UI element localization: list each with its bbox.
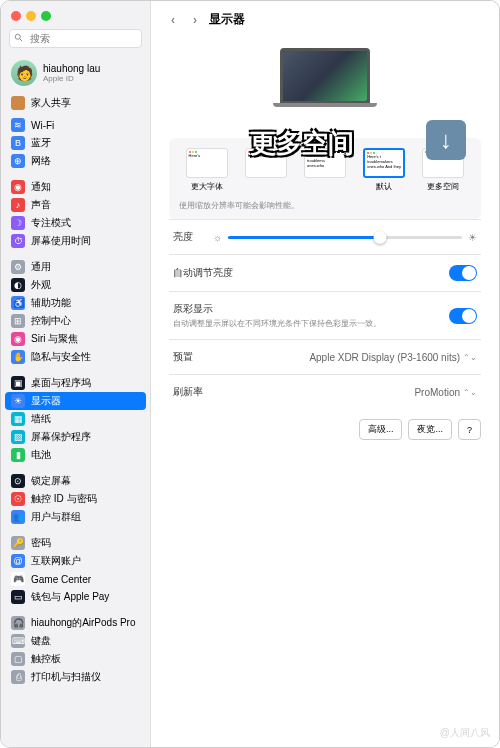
- window-controls[interactable]: [1, 1, 150, 27]
- sidebar-icon: ⎙: [11, 670, 25, 684]
- brightness-slider[interactable]: [228, 236, 462, 239]
- night-shift-button[interactable]: 夜览...: [408, 419, 452, 440]
- overlay-arrow-icon: [426, 120, 466, 160]
- sidebar-item[interactable]: 🎧hiauhong的AirPods Pro: [5, 614, 146, 632]
- sidebar-icon: ☉: [11, 492, 25, 506]
- sun-bright-icon: ☀: [468, 232, 477, 243]
- sidebar-item[interactable]: ☽专注模式: [5, 214, 146, 232]
- sidebar-icon: ☽: [11, 216, 25, 230]
- maximize-icon[interactable]: [41, 11, 51, 21]
- sidebar-item[interactable]: ▦墙纸: [5, 410, 146, 428]
- overlay-caption: 更多空间: [250, 126, 354, 161]
- svg-line-1: [20, 39, 23, 42]
- sidebar-icon: ✋: [11, 350, 25, 364]
- chevron-updown-icon: ⌃⌄: [463, 388, 477, 397]
- sidebar-item[interactable]: ▨屏幕保护程序: [5, 428, 146, 446]
- sidebar-icon: ⊕: [11, 154, 25, 168]
- sidebar-icon: ◉: [11, 180, 25, 194]
- sun-dim-icon: ☼: [213, 232, 222, 243]
- sidebar-icon: ▢: [11, 652, 25, 666]
- help-button[interactable]: ?: [458, 419, 481, 440]
- avatar: 🧑: [11, 60, 37, 86]
- sidebar-icon: B: [11, 136, 25, 150]
- advanced-button[interactable]: 高级...: [359, 419, 403, 440]
- sidebar-item[interactable]: ☉触控 ID 与密码: [5, 490, 146, 508]
- sidebar-icon: ♪: [11, 198, 25, 212]
- user-name: hiauhong lau: [43, 63, 100, 74]
- sidebar-item[interactable]: ✋隐私与安全性: [5, 348, 146, 366]
- scale-note: 使用缩放分辨率可能会影响性能。: [179, 200, 471, 211]
- forward-button[interactable]: ›: [187, 12, 203, 28]
- sidebar-item[interactable]: ⎙打印机与扫描仪: [5, 668, 146, 686]
- device-preview: [169, 38, 481, 108]
- svg-point-0: [15, 34, 20, 39]
- apple-id-row[interactable]: 🧑 hiauhong lau Apple ID: [1, 56, 150, 94]
- sidebar-item[interactable]: ⊕网络: [5, 152, 146, 170]
- sidebar-icon: ◐: [11, 278, 25, 292]
- sidebar-icon: ☀: [11, 394, 25, 408]
- sidebar-item[interactable]: 🔑密码: [5, 534, 146, 552]
- watermark: @人间八风: [440, 726, 490, 740]
- sidebar-icon: ▭: [11, 590, 25, 604]
- sidebar-icon: 🎧: [11, 616, 25, 630]
- scale-option[interactable]: Here's更大字体: [186, 148, 228, 192]
- sidebar-list: ≋Wi-FiB蓝牙⊕网络◉通知♪声音☽专注模式⏱屏幕使用时间⚙通用◐外观♿辅助功…: [1, 116, 150, 747]
- sidebar-icon: ◉: [11, 332, 25, 346]
- search-input[interactable]: [9, 29, 142, 48]
- minimize-icon[interactable]: [26, 11, 36, 21]
- sidebar-icon: ♿: [11, 296, 25, 310]
- sidebar-icon: ≋: [11, 118, 25, 132]
- sidebar-item[interactable]: ⊙锁定屏幕: [5, 472, 146, 490]
- sidebar-icon: @: [11, 554, 25, 568]
- sidebar-item[interactable]: ♿辅助功能: [5, 294, 146, 312]
- sidebar-item[interactable]: ⚙通用: [5, 258, 146, 276]
- user-sub: Apple ID: [43, 74, 100, 83]
- sidebar-icon: ⌨: [11, 634, 25, 648]
- true-tone-row: 原彩显示 自动调整显示屏以在不同环境光条件下保持色彩显示一致。: [169, 291, 481, 339]
- back-button[interactable]: ‹: [165, 12, 181, 28]
- true-tone-toggle[interactable]: [449, 308, 477, 324]
- sidebar-icon: ⊞: [11, 314, 25, 328]
- sidebar-item[interactable]: ▢触控板: [5, 650, 146, 668]
- sidebar-icon: ⚙: [11, 260, 25, 274]
- sidebar-icon: ▦: [11, 412, 25, 426]
- preset-row[interactable]: 预置 Apple XDR Display (P3-1600 nits)⌃⌄: [169, 339, 481, 374]
- sidebar-icon: ▮: [11, 448, 25, 462]
- family-icon: [11, 96, 25, 110]
- sidebar-item[interactable]: ◉通知: [5, 178, 146, 196]
- sidebar-item[interactable]: @互联网账户: [5, 552, 146, 570]
- sidebar-item[interactable]: ▮电池: [5, 446, 146, 464]
- chevron-updown-icon: ⌃⌄: [463, 353, 477, 362]
- page-title: 显示器: [209, 11, 245, 28]
- sidebar-item[interactable]: ⊞控制中心: [5, 312, 146, 330]
- close-icon[interactable]: [11, 11, 21, 21]
- sidebar-item[interactable]: ⏱屏幕使用时间: [5, 232, 146, 250]
- sidebar-icon: 🎮: [11, 572, 25, 586]
- auto-brightness-toggle[interactable]: [449, 265, 477, 281]
- sidebar-item[interactable]: ☀显示器: [5, 392, 146, 410]
- sidebar-item[interactable]: ♪声音: [5, 196, 146, 214]
- sidebar-item[interactable]: ▣桌面与程序坞: [5, 374, 146, 392]
- sidebar-item[interactable]: 🎮Game Center: [5, 570, 146, 588]
- sidebar-icon: ⏱: [11, 234, 25, 248]
- sidebar-item[interactable]: ◐外观: [5, 276, 146, 294]
- sidebar-item[interactable]: 👥用户与群组: [5, 508, 146, 526]
- sidebar-item[interactable]: ◉Siri 与聚焦: [5, 330, 146, 348]
- sidebar-icon: 👥: [11, 510, 25, 524]
- sidebar-icon: 🔑: [11, 536, 25, 550]
- sidebar-item[interactable]: ⌨键盘: [5, 632, 146, 650]
- sidebar-item[interactable]: ≋Wi-Fi: [5, 116, 146, 134]
- refresh-row[interactable]: 刷新率 ProMotion⌃⌄: [169, 374, 481, 409]
- sidebar-item[interactable]: B蓝牙: [5, 134, 146, 152]
- scale-option[interactable]: Here's t troublemakers ones.who And they…: [363, 148, 405, 192]
- family-sharing-row[interactable]: 家人共享: [1, 94, 150, 116]
- sidebar-icon: ▣: [11, 376, 25, 390]
- auto-brightness-row: 自动调节亮度: [169, 254, 481, 291]
- brightness-row: 亮度 ☼ ☀: [169, 219, 481, 254]
- sidebar-icon: ⊙: [11, 474, 25, 488]
- sidebar-icon: ▨: [11, 430, 25, 444]
- sidebar-item[interactable]: ▭钱包与 Apple Pay: [5, 588, 146, 606]
